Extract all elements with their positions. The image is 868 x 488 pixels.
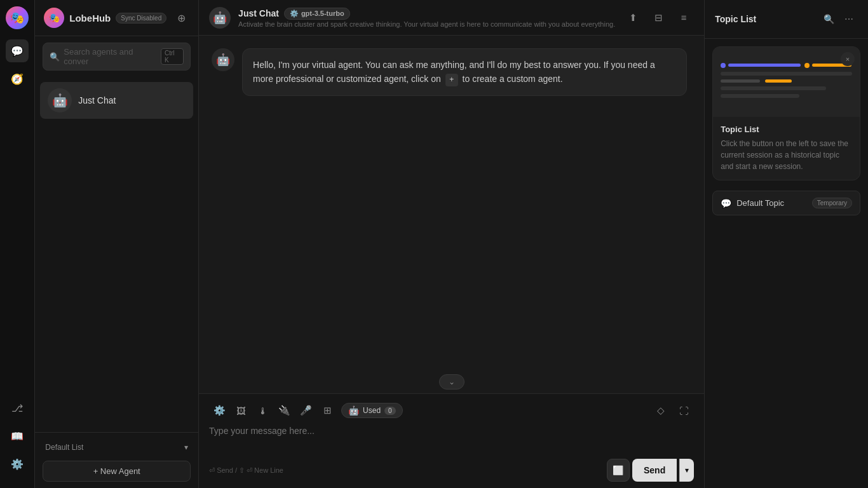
chat-header-title: Just Chat ⚙️ gpt-3.5-turbo <box>238 8 615 20</box>
grid-tool-button[interactable]: ⊞ <box>317 400 337 421</box>
used-label: Used <box>363 406 381 415</box>
chat-nav-icon[interactable]: 💬 <box>6 39 29 62</box>
used-count: 0 <box>384 407 396 415</box>
topic-item-badge: Temporary <box>812 198 852 208</box>
right-panel: Topic List 🔍 ⋯ × <box>704 0 868 488</box>
menu-button[interactable]: ≡ <box>674 8 694 28</box>
topic-more-button[interactable]: ⋯ <box>840 10 858 28</box>
right-panel-title: Topic List <box>715 14 756 24</box>
icon-bar: 🎭 💬 🧭 ⎇ 📖 ⚙️ <box>0 0 35 488</box>
panel-toggle-button[interactable]: ⊟ <box>648 8 668 28</box>
agent-name: Just Chat <box>78 95 116 105</box>
sidebar: 🎭 LobeHub Sync Disabled ⊕ 🔍 Search agent… <box>35 0 199 488</box>
message-item: 🤖 Hello, I'm your virtual agent. You can… <box>212 48 691 96</box>
chat-title-text: Just Chat <box>238 8 279 18</box>
app-logo: 🎭 <box>6 6 29 29</box>
message-avatar: 🤖 <box>212 48 234 71</box>
model-icon: ⚙️ <box>290 10 299 18</box>
model-name: gpt-3.5-turbo <box>301 10 344 17</box>
image-tool-button[interactable]: 🖼 <box>231 400 251 421</box>
input-hint: ⏎ Send / ⇧ ⏎ New Line <box>209 466 283 475</box>
default-list-label: Default List <box>45 443 83 452</box>
toolbar-right: ◇ ⛶ <box>651 400 694 421</box>
search-icon: 🔍 <box>50 52 60 62</box>
chat-header: 🤖 Just Chat ⚙️ gpt-3.5-turbo Activate th… <box>199 0 704 36</box>
header-actions: ⬆ ⊟ ≡ <box>623 8 694 28</box>
chevron-down-icon[interactable]: ▾ <box>184 443 188 452</box>
sidebar-footer: Default List ▾ + New Agent <box>35 432 198 488</box>
send-dropdown-button[interactable]: ▾ <box>679 459 694 482</box>
model-badge[interactable]: ⚙️ gpt-3.5-turbo <box>284 8 350 20</box>
topic-card-body: Topic List Click the button on the left … <box>713 117 860 180</box>
chat-header-info: Just Chat ⚙️ gpt-3.5-turbo Activate the … <box>238 8 615 28</box>
input-area: ⚙️ 🖼 🌡 🔌 🎤 ⊞ 🤖 Used 0 ◇ ⛶ ⏎ Send / ⇧ ⏎ N… <box>199 393 704 488</box>
topic-item-default[interactable]: 💬 Default Topic Temporary <box>712 191 860 215</box>
agent-list: 🤖 Just Chat <box>35 77 198 432</box>
chevron-down-icon: ⌄ <box>449 377 455 386</box>
plugin-tool-button[interactable]: 🔌 <box>274 400 294 421</box>
search-input[interactable]: 🔍 Search agents and conver Ctrl K <box>43 43 191 71</box>
search-kbd: Ctrl K <box>161 48 184 65</box>
agent-avatar: 🤖 <box>48 88 72 112</box>
default-list-header: Default List ▾ <box>43 439 191 456</box>
stop-button[interactable]: ⬜ <box>607 459 630 482</box>
add-conversation-button[interactable]: ⊕ <box>173 10 189 26</box>
github-icon[interactable]: ⎇ <box>6 396 29 419</box>
sync-badge[interactable]: Sync Disabled <box>116 13 166 24</box>
chat-header-subtitle: Activate the brain cluster and spark cre… <box>238 20 615 28</box>
topic-card-description: Click the button on the left to save the… <box>721 138 852 172</box>
book-icon[interactable]: 📖 <box>6 424 29 447</box>
input-toolbar: ⚙️ 🖼 🌡 🔌 🎤 ⊞ 🤖 Used 0 ◇ ⛶ <box>209 400 694 421</box>
chat-header-avatar: 🤖 <box>209 7 231 29</box>
scroll-down-button[interactable]: ⌄ <box>439 374 465 390</box>
main-chat: 🤖 Just Chat ⚙️ gpt-3.5-turbo Activate th… <box>199 0 704 488</box>
topic-item-name: Default Topic <box>736 198 807 208</box>
message-bubble: Hello, I'm your virtual agent. You can a… <box>242 48 687 96</box>
agent-item-just-chat[interactable]: 🤖 Just Chat <box>40 82 193 119</box>
topic-info-card: × Topic List Click the button <box>712 46 860 180</box>
temperature-tool-button[interactable]: 🌡 <box>252 400 273 421</box>
lobehub-logo: 🎭 <box>44 8 64 28</box>
app-title: LobeHub <box>69 13 111 24</box>
message-input[interactable] <box>209 426 694 451</box>
used-badge[interactable]: 🤖 Used 0 <box>341 403 403 418</box>
expand-button[interactable]: ⛶ <box>674 400 694 421</box>
scroll-down-area: ⌄ <box>199 370 704 393</box>
input-footer: ⏎ Send / ⇧ ⏎ New Line ⬜ Send ▾ <box>209 459 694 482</box>
settings-nav-icon[interactable]: ⚙️ <box>6 452 29 475</box>
right-panel-actions: 🔍 ⋯ <box>820 10 858 28</box>
sidebar-header: 🎭 LobeHub Sync Disabled ⊕ <box>35 0 198 36</box>
topic-card-preview <box>713 47 860 117</box>
send-area: ⬜ Send ▾ <box>607 459 694 482</box>
clear-button[interactable]: ◇ <box>651 400 671 421</box>
settings-tool-button[interactable]: ⚙️ <box>209 400 229 421</box>
search-placeholder: Search agents and conver <box>64 47 157 66</box>
topic-card-title: Topic List <box>721 125 852 134</box>
send-button[interactable]: Send <box>632 459 677 482</box>
share-button[interactable]: ⬆ <box>623 8 643 28</box>
used-emoji: 🤖 <box>348 405 359 416</box>
plus-icon: + <box>445 74 458 86</box>
search-bar: 🔍 Search agents and conver Ctrl K <box>35 36 198 77</box>
topic-card-close-button[interactable]: × <box>841 52 855 66</box>
messages-area: 🤖 Hello, I'm your virtual agent. You can… <box>199 36 704 370</box>
new-agent-button[interactable]: + New Agent <box>43 461 191 482</box>
topic-item-icon: 💬 <box>721 198 731 208</box>
discover-nav-icon[interactable]: 🧭 <box>6 67 29 90</box>
right-panel-header: Topic List 🔍 ⋯ <box>705 0 868 39</box>
mic-tool-button[interactable]: 🎤 <box>295 400 316 421</box>
topic-search-button[interactable]: 🔍 <box>820 10 837 28</box>
